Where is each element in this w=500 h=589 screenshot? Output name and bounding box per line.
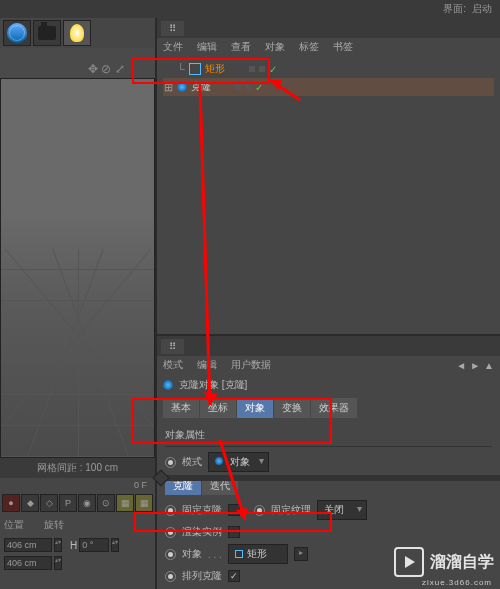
fixclone-label: 固定克隆 xyxy=(182,503,222,517)
watermark: 溜溜自学 xyxy=(394,547,494,577)
param-key-button[interactable]: ▦ xyxy=(116,494,134,512)
attr-title: 克隆对象 [克隆] xyxy=(179,378,247,392)
enable-check-icon[interactable]: ✓ xyxy=(255,82,263,93)
temp-label: 0 F xyxy=(134,480,147,490)
position-label: 位置 xyxy=(4,518,24,532)
history-up-icon[interactable]: ▲ xyxy=(484,360,494,371)
cloner-icon xyxy=(163,380,173,390)
attr-menu-edit[interactable]: 编辑 xyxy=(197,358,217,372)
rot-h-input[interactable] xyxy=(79,538,109,552)
display-mode-button[interactable] xyxy=(3,20,31,46)
object-field-label: 对象 xyxy=(182,547,202,561)
array-label: 排列克隆 xyxy=(182,569,222,583)
attr-menu-mode[interactable]: 模式 xyxy=(163,358,183,372)
layout-label: 界面: xyxy=(443,2,466,16)
bulb-icon xyxy=(70,24,84,42)
menu-edit[interactable]: 编辑 xyxy=(197,40,217,54)
rotation-label: 旋转 xyxy=(44,518,64,532)
object-link-field[interactable]: 矩形 xyxy=(228,544,288,564)
rot-h-spinner[interactable]: ▴▾ xyxy=(111,538,119,552)
camera-icon xyxy=(38,26,56,40)
object-row-rectangle[interactable]: └ 矩形 ✓ xyxy=(163,60,494,78)
tab-basic[interactable]: 基本 xyxy=(163,398,199,418)
fixclone-radio[interactable] xyxy=(165,505,176,516)
renderinst-label: 渲染实例 xyxy=(182,525,222,539)
viewport[interactable] xyxy=(0,78,155,458)
fixtex-dropdown[interactable]: 关闭 xyxy=(317,500,367,520)
pos-y-input[interactable] xyxy=(4,556,52,570)
timeline-panel: 0 F ● ◆ ◇ P ◉ ⊙ ▦ ▦ 位置 旋转 ▴▾ H ▴▾ ▴▾ xyxy=(0,478,155,589)
tab-object[interactable]: 对象 xyxy=(237,398,273,418)
menu-tags[interactable]: 标签 xyxy=(299,40,319,54)
spline-icon xyxy=(235,550,243,558)
object-name[interactable]: 克隆 xyxy=(191,80,211,94)
mode-radio[interactable] xyxy=(165,457,176,468)
objmgr-menu: 文件 编辑 查看 对象 标签 书签 xyxy=(157,38,500,56)
mode-label: 模式 xyxy=(182,455,202,469)
rot-key-button[interactable]: ⊙ xyxy=(97,494,115,512)
history-fwd-icon[interactable]: ► xyxy=(470,360,480,371)
globe-icon xyxy=(7,23,27,43)
expand-icon[interactable]: ⊞ xyxy=(163,81,173,94)
timeline-slider[interactable] xyxy=(155,475,500,481)
pos-x-input[interactable] xyxy=(4,538,52,552)
cloner-icon xyxy=(177,82,187,92)
viewport-toolbar xyxy=(0,18,155,48)
renderinst-radio[interactable] xyxy=(165,527,176,538)
scale-key-button[interactable]: ◉ xyxy=(78,494,96,512)
pos-y-spinner[interactable]: ▴▾ xyxy=(54,556,62,570)
tab-coord[interactable]: 坐标 xyxy=(200,398,236,418)
array-checkbox[interactable] xyxy=(228,570,240,582)
spline-icon xyxy=(189,63,201,75)
tab-transform[interactable]: 变换 xyxy=(274,398,310,418)
menu-view[interactable]: 查看 xyxy=(231,40,251,54)
object-radio[interactable] xyxy=(165,549,176,560)
layout-dropdown[interactable]: 启动 xyxy=(472,2,492,16)
renderinst-checkbox[interactable] xyxy=(228,526,240,538)
object-name[interactable]: 矩形 xyxy=(205,62,225,76)
object-picker-button[interactable]: ▸ xyxy=(294,547,308,561)
attr-menu-userdata[interactable]: 用户数据 xyxy=(231,358,271,372)
camera-button[interactable] xyxy=(33,20,61,46)
mode-dropdown[interactable]: 对象 xyxy=(208,452,269,472)
autokey-button[interactable]: ◇ xyxy=(40,494,58,512)
fixclone-checkbox[interactable] xyxy=(228,504,240,516)
move-icons: ✥ ⊘ ⤢ xyxy=(88,62,125,76)
array-radio[interactable] xyxy=(165,571,176,582)
watermark-url: zixue.3d66.com xyxy=(422,578,492,587)
fixtex-radio[interactable] xyxy=(254,505,265,516)
object-row-cloner[interactable]: ⊞ 克隆 ✓ xyxy=(163,78,494,96)
menu-object[interactable]: 对象 xyxy=(265,40,285,54)
section-header: 对象属性 xyxy=(165,424,492,447)
objmgr-tab[interactable]: ⠿ xyxy=(161,21,184,36)
cloner-icon xyxy=(215,457,223,465)
pos-key-button[interactable]: P xyxy=(59,494,77,512)
viewport-footer: 网格间距 : 100 cm xyxy=(0,458,155,478)
attrmgr-tab[interactable]: ⠿ xyxy=(161,339,184,354)
fixtex-label: 固定纹理 xyxy=(271,503,311,517)
history-back-icon[interactable]: ◄ xyxy=(456,360,466,371)
watermark-text: 溜溜自学 xyxy=(430,552,494,573)
pos-x-spinner[interactable]: ▴▾ xyxy=(54,538,62,552)
menu-file[interactable]: 文件 xyxy=(163,40,183,54)
watermark-logo-icon xyxy=(394,547,424,577)
record-button[interactable]: ● xyxy=(2,494,20,512)
pla-key-button[interactable]: ▦ xyxy=(135,494,153,512)
key-button[interactable]: ◆ xyxy=(21,494,39,512)
enable-check-icon[interactable]: ✓ xyxy=(269,64,277,75)
menu-bookmarks[interactable]: 书签 xyxy=(333,40,353,54)
tab-effectors[interactable]: 效果器 xyxy=(311,398,357,418)
light-button[interactable] xyxy=(63,20,91,46)
